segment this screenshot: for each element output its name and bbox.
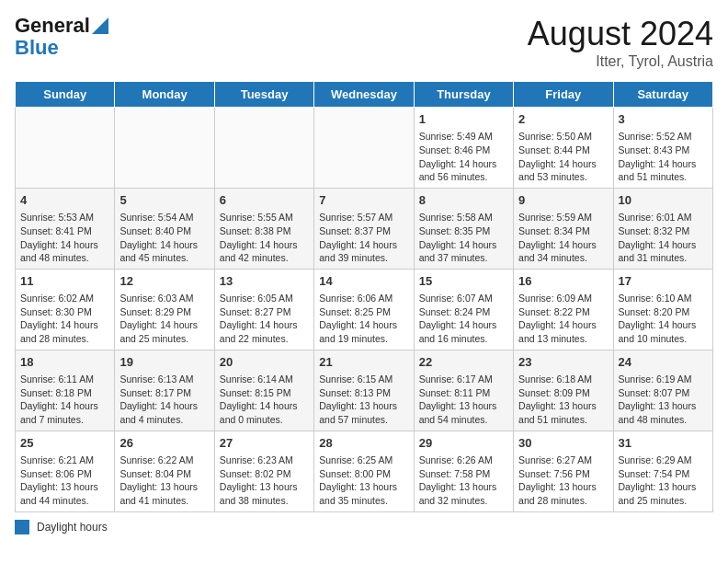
footer: Daylight hours — [15, 520, 713, 534]
day-info: Sunrise: 6:02 AM Sunset: 8:30 PM Dayligh… — [20, 292, 109, 346]
day-cell: 26Sunrise: 6:22 AM Sunset: 8:04 PM Dayli… — [115, 431, 214, 511]
day-number: 6 — [220, 192, 309, 209]
day-info: Sunrise: 6:26 AM Sunset: 7:58 PM Dayligh… — [419, 454, 508, 508]
day-info: Sunrise: 6:17 AM Sunset: 8:11 PM Dayligh… — [419, 373, 508, 427]
page-subtitle: Itter, Tyrol, Austria — [528, 53, 713, 70]
day-number: 10 — [619, 192, 708, 209]
column-header-sunday: Sunday — [16, 82, 115, 108]
column-header-friday: Friday — [514, 82, 613, 108]
day-info: Sunrise: 6:14 AM Sunset: 8:15 PM Dayligh… — [220, 373, 309, 427]
day-number: 21 — [319, 354, 408, 371]
day-cell: 8Sunrise: 5:58 AM Sunset: 8:35 PM Daylig… — [414, 188, 513, 269]
title-block: August 2024 Itter, Tyrol, Austria — [528, 15, 713, 70]
week-row-2: 11Sunrise: 6:02 AM Sunset: 8:30 PM Dayli… — [16, 269, 713, 350]
day-cell: 28Sunrise: 6:25 AM Sunset: 8:00 PM Dayli… — [314, 431, 414, 511]
day-info: Sunrise: 5:55 AM Sunset: 8:38 PM Dayligh… — [220, 211, 309, 265]
day-cell: 29Sunrise: 6:26 AM Sunset: 7:58 PM Dayli… — [414, 431, 513, 511]
day-info: Sunrise: 6:11 AM Sunset: 8:18 PM Dayligh… — [20, 373, 109, 427]
day-number: 5 — [119, 192, 209, 209]
column-header-tuesday: Tuesday — [214, 82, 313, 108]
day-number: 29 — [419, 435, 508, 452]
day-info: Sunrise: 6:09 AM Sunset: 8:22 PM Dayligh… — [518, 292, 608, 346]
calendar-table: SundayMondayTuesdayWednesdayThursdayFrid… — [15, 81, 713, 512]
day-info: Sunrise: 6:25 AM Sunset: 8:00 PM Dayligh… — [319, 454, 408, 508]
day-number: 16 — [518, 273, 608, 290]
day-number: 2 — [518, 111, 608, 128]
day-cell: 19Sunrise: 6:13 AM Sunset: 8:17 PM Dayli… — [115, 350, 214, 431]
day-info: Sunrise: 6:13 AM Sunset: 8:17 PM Dayligh… — [119, 373, 209, 427]
day-cell: 23Sunrise: 6:18 AM Sunset: 8:09 PM Dayli… — [514, 350, 613, 431]
day-info: Sunrise: 5:49 AM Sunset: 8:46 PM Dayligh… — [419, 130, 508, 184]
day-number: 27 — [220, 435, 309, 452]
calendar-body: 1Sunrise: 5:49 AM Sunset: 8:46 PM Daylig… — [16, 108, 713, 512]
day-cell: 25Sunrise: 6:21 AM Sunset: 8:06 PM Dayli… — [16, 431, 115, 511]
logo-blue-text: Blue — [15, 36, 59, 59]
day-cell: 31Sunrise: 6:29 AM Sunset: 7:54 PM Dayli… — [613, 431, 712, 511]
day-info: Sunrise: 6:23 AM Sunset: 8:02 PM Dayligh… — [220, 454, 309, 508]
week-row-0: 1Sunrise: 5:49 AM Sunset: 8:46 PM Daylig… — [16, 108, 713, 189]
day-info: Sunrise: 5:52 AM Sunset: 8:43 PM Dayligh… — [619, 130, 708, 184]
day-cell: 15Sunrise: 6:07 AM Sunset: 8:24 PM Dayli… — [414, 269, 513, 350]
day-info: Sunrise: 6:15 AM Sunset: 8:13 PM Dayligh… — [319, 373, 408, 427]
day-info: Sunrise: 6:19 AM Sunset: 8:07 PM Dayligh… — [619, 373, 708, 427]
day-cell: 9Sunrise: 5:59 AM Sunset: 8:34 PM Daylig… — [514, 188, 613, 269]
day-number: 4 — [20, 192, 109, 209]
day-cell: 2Sunrise: 5:50 AM Sunset: 8:44 PM Daylig… — [514, 108, 613, 189]
day-number: 24 — [619, 354, 708, 371]
day-number: 23 — [518, 354, 608, 371]
day-info: Sunrise: 5:53 AM Sunset: 8:41 PM Dayligh… — [20, 211, 109, 265]
week-row-1: 4Sunrise: 5:53 AM Sunset: 8:41 PM Daylig… — [16, 188, 713, 269]
day-number: 17 — [619, 273, 708, 290]
day-number: 11 — [20, 273, 109, 290]
column-header-monday: Monday — [115, 82, 214, 108]
day-number: 8 — [419, 192, 508, 209]
day-info: Sunrise: 6:10 AM Sunset: 8:20 PM Dayligh… — [619, 292, 708, 346]
day-number: 30 — [518, 435, 608, 452]
day-cell — [16, 108, 115, 189]
day-info: Sunrise: 6:03 AM Sunset: 8:29 PM Dayligh… — [119, 292, 209, 346]
day-cell: 14Sunrise: 6:06 AM Sunset: 8:25 PM Dayli… — [314, 269, 414, 350]
day-number: 31 — [619, 435, 708, 452]
legend-box — [15, 520, 29, 534]
day-cell: 10Sunrise: 6:01 AM Sunset: 8:32 PM Dayli… — [613, 188, 712, 269]
day-info: Sunrise: 5:58 AM Sunset: 8:35 PM Dayligh… — [419, 211, 508, 265]
day-info: Sunrise: 6:21 AM Sunset: 8:06 PM Dayligh… — [20, 454, 109, 508]
week-row-4: 25Sunrise: 6:21 AM Sunset: 8:06 PM Dayli… — [16, 431, 713, 511]
day-cell: 5Sunrise: 5:54 AM Sunset: 8:40 PM Daylig… — [115, 188, 214, 269]
day-cell: 24Sunrise: 6:19 AM Sunset: 8:07 PM Dayli… — [613, 350, 712, 431]
day-cell: 22Sunrise: 6:17 AM Sunset: 8:11 PM Dayli… — [414, 350, 513, 431]
day-number: 18 — [20, 354, 109, 371]
day-cell: 18Sunrise: 6:11 AM Sunset: 8:18 PM Dayli… — [16, 350, 115, 431]
day-cell: 16Sunrise: 6:09 AM Sunset: 8:22 PM Dayli… — [514, 269, 613, 350]
day-info: Sunrise: 6:01 AM Sunset: 8:32 PM Dayligh… — [619, 211, 708, 265]
day-cell: 4Sunrise: 5:53 AM Sunset: 8:41 PM Daylig… — [16, 188, 115, 269]
day-number: 3 — [619, 111, 708, 128]
svg-marker-0 — [92, 17, 108, 34]
day-cell: 7Sunrise: 5:57 AM Sunset: 8:37 PM Daylig… — [314, 188, 414, 269]
day-number: 12 — [119, 273, 209, 290]
header-row: SundayMondayTuesdayWednesdayThursdayFrid… — [16, 82, 713, 108]
day-info: Sunrise: 6:22 AM Sunset: 8:04 PM Dayligh… — [119, 454, 209, 508]
day-number: 14 — [319, 273, 408, 290]
legend-label: Daylight hours — [37, 521, 108, 534]
day-number: 26 — [119, 435, 209, 452]
day-info: Sunrise: 6:07 AM Sunset: 8:24 PM Dayligh… — [419, 292, 508, 346]
calendar-header: SundayMondayTuesdayWednesdayThursdayFrid… — [16, 82, 713, 108]
day-info: Sunrise: 5:59 AM Sunset: 8:34 PM Dayligh… — [518, 211, 608, 265]
day-cell: 1Sunrise: 5:49 AM Sunset: 8:46 PM Daylig… — [414, 108, 513, 189]
logo-text: General — [15, 15, 90, 37]
day-info: Sunrise: 5:57 AM Sunset: 8:37 PM Dayligh… — [319, 211, 408, 265]
day-info: Sunrise: 6:06 AM Sunset: 8:25 PM Dayligh… — [319, 292, 408, 346]
day-number: 20 — [220, 354, 309, 371]
logo: General Blue — [15, 15, 108, 59]
day-cell: 3Sunrise: 5:52 AM Sunset: 8:43 PM Daylig… — [613, 108, 712, 189]
day-info: Sunrise: 6:05 AM Sunset: 8:27 PM Dayligh… — [220, 292, 309, 346]
day-number: 19 — [119, 354, 209, 371]
day-cell: 21Sunrise: 6:15 AM Sunset: 8:13 PM Dayli… — [314, 350, 414, 431]
day-info: Sunrise: 6:27 AM Sunset: 7:56 PM Dayligh… — [518, 454, 608, 508]
day-cell: 20Sunrise: 6:14 AM Sunset: 8:15 PM Dayli… — [214, 350, 313, 431]
day-cell — [314, 108, 414, 189]
day-cell: 13Sunrise: 6:05 AM Sunset: 8:27 PM Dayli… — [214, 269, 313, 350]
day-cell: 27Sunrise: 6:23 AM Sunset: 8:02 PM Dayli… — [214, 431, 313, 511]
day-info: Sunrise: 6:18 AM Sunset: 8:09 PM Dayligh… — [518, 373, 608, 427]
